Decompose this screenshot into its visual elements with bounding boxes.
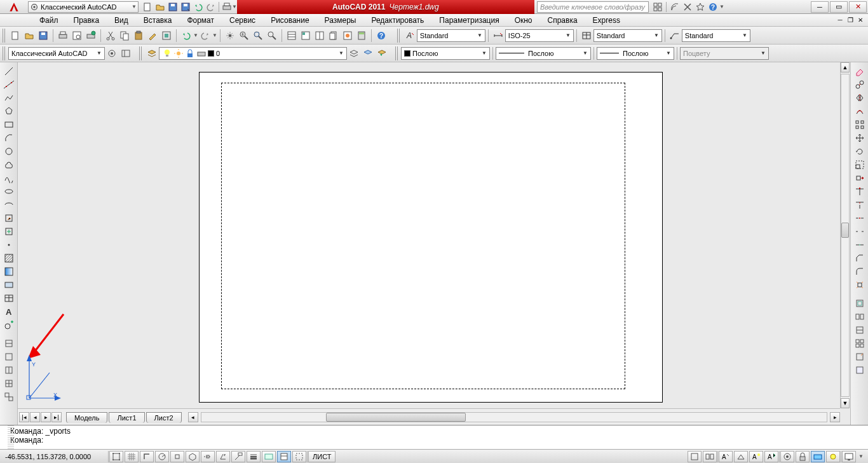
scroll-right[interactable]: ▸: [830, 412, 840, 422]
undo-button[interactable]: [179, 29, 193, 43]
copy-button[interactable]: [853, 78, 867, 91]
plot-button[interactable]: [220, 1, 233, 13]
table-button[interactable]: [2, 292, 16, 305]
cmd-grip[interactable]: [8, 425, 14, 449]
circle-button[interactable]: [2, 145, 16, 158]
stretch-button[interactable]: [853, 172, 867, 184]
menu-tools[interactable]: Сервис: [222, 15, 263, 26]
qnew-button[interactable]: [8, 29, 22, 43]
open-button[interactable]: [154, 1, 166, 13]
array-button[interactable]: [853, 118, 867, 131]
tab-last[interactable]: ▸|: [51, 412, 62, 422]
app-menu-button[interactable]: [0, 0, 28, 14]
dim-style-button[interactable]: [491, 29, 505, 43]
menu-view[interactable]: Вид: [107, 15, 136, 26]
st-r1[interactable]: [688, 451, 702, 462]
tb-r1[interactable]: [853, 297, 867, 310]
zoom-previous-button[interactable]: [265, 29, 279, 43]
text-style-dd[interactable]: Standard▼: [417, 29, 485, 42]
tb-a[interactable]: [2, 337, 16, 350]
menu-draw[interactable]: Рисование: [263, 15, 316, 26]
viewport-frame[interactable]: [221, 83, 625, 389]
drawing-area[interactable]: Y X ▲ ▼ |◂ ◂ ▸ ▸| Модель Лист1 Лист2 ◂: [18, 62, 850, 425]
erase-button[interactable]: [853, 65, 867, 78]
undo-dd[interactable]: ▼: [193, 32, 198, 38]
chevron-down-icon[interactable]: ▼: [232, 4, 237, 10]
annovis-toggle[interactable]: A: [749, 451, 763, 462]
tab-first[interactable]: |◂: [19, 412, 29, 422]
tpy-toggle[interactable]: [262, 451, 276, 462]
break-button[interactable]: [853, 225, 867, 238]
menu-format[interactable]: Формат: [179, 15, 222, 26]
save-button[interactable]: [166, 1, 179, 13]
st-r2[interactable]: [703, 451, 717, 462]
chamfer-button[interactable]: [853, 252, 867, 265]
infocenter-search[interactable]: Введите ключевое слово/фразу: [537, 1, 649, 13]
tab-model[interactable]: Модель: [66, 412, 107, 423]
annoauto-toggle[interactable]: A: [764, 451, 778, 462]
cut-button[interactable]: [104, 29, 118, 43]
tab-next[interactable]: ▸: [41, 412, 51, 422]
my-workspace-button[interactable]: [119, 46, 133, 60]
zoom-window-button[interactable]: [251, 29, 265, 43]
arc-button[interactable]: [2, 132, 16, 144]
markup-button[interactable]: [341, 29, 355, 43]
hatch-button[interactable]: [2, 252, 16, 265]
dc-button[interactable]: [299, 29, 313, 43]
paste-button[interactable]: [132, 29, 146, 43]
xline-button[interactable]: [2, 78, 16, 91]
tb-r5[interactable]: [853, 350, 867, 363]
redo-dd[interactable]: ▼: [212, 32, 217, 38]
plot-preview-button[interactable]: [70, 29, 84, 43]
tb-r6[interactable]: [853, 364, 867, 377]
table-style-button[interactable]: [580, 29, 593, 43]
new-button[interactable]: [141, 1, 154, 13]
menu-window[interactable]: Окно: [507, 15, 540, 26]
mdi-restore[interactable]: ❐: [845, 15, 855, 24]
workspace-dropdown[interactable]: Классический AutoCAD ▼: [28, 1, 139, 13]
layer-states-button[interactable]: [347, 46, 361, 60]
trim-button[interactable]: [853, 185, 867, 198]
sc-toggle[interactable]: [292, 451, 306, 462]
offset-button[interactable]: [853, 105, 867, 118]
mirror-button[interactable]: [853, 92, 867, 104]
scroll-down[interactable]: ▼: [841, 398, 850, 408]
dyn-toggle[interactable]: [231, 451, 245, 462]
sheet-set-button[interactable]: [327, 29, 341, 43]
toolbar-grip[interactable]: [397, 29, 401, 43]
dim-style-dd[interactable]: ISO-25▼: [505, 29, 574, 42]
tab-sheet1[interactable]: Лист1: [109, 412, 144, 423]
mdi-minimize[interactable]: ─: [835, 15, 845, 24]
open-button[interactable]: [22, 29, 36, 43]
point-button[interactable]: [2, 238, 16, 251]
toolbar-grip[interactable]: [3, 29, 6, 43]
zoom-realtime-button[interactable]: ±: [237, 29, 251, 43]
maximize-button[interactable]: ▭: [830, 1, 848, 13]
properties-button[interactable]: [285, 29, 299, 43]
model-paper-toggle[interactable]: ЛИСТ: [308, 451, 336, 462]
3dosnap-toggle[interactable]: [186, 451, 200, 462]
redo-button[interactable]: [205, 1, 217, 13]
favorite-icon[interactable]: [694, 1, 707, 13]
tb-r2[interactable]: [853, 310, 867, 323]
extend-button[interactable]: [853, 198, 867, 211]
scroll-up[interactable]: ▲: [841, 62, 850, 73]
ellipse-button[interactable]: [2, 185, 16, 198]
grid-toggle[interactable]: [125, 451, 139, 462]
qp-toggle[interactable]: [277, 451, 291, 462]
toolbar-grip[interactable]: [395, 46, 399, 60]
tb-r4[interactable]: [853, 337, 867, 350]
clean-screen[interactable]: [842, 451, 856, 462]
insert-button[interactable]: [2, 212, 16, 225]
ws-settings-button[interactable]: [105, 46, 119, 60]
layer-dd[interactable]: 0 ▼: [159, 47, 347, 60]
matchprop-button[interactable]: [146, 29, 159, 43]
menu-edit[interactable]: Правка: [66, 15, 107, 26]
mtext-button[interactable]: A: [2, 305, 16, 318]
minimize-button[interactable]: ─: [811, 1, 829, 13]
tb-b[interactable]: [2, 350, 16, 363]
table-style-dd[interactable]: Standard▼: [593, 29, 662, 42]
publish-button[interactable]: [84, 29, 98, 43]
ducs-toggle[interactable]: z: [216, 451, 230, 462]
rectangle-button[interactable]: [2, 118, 16, 131]
